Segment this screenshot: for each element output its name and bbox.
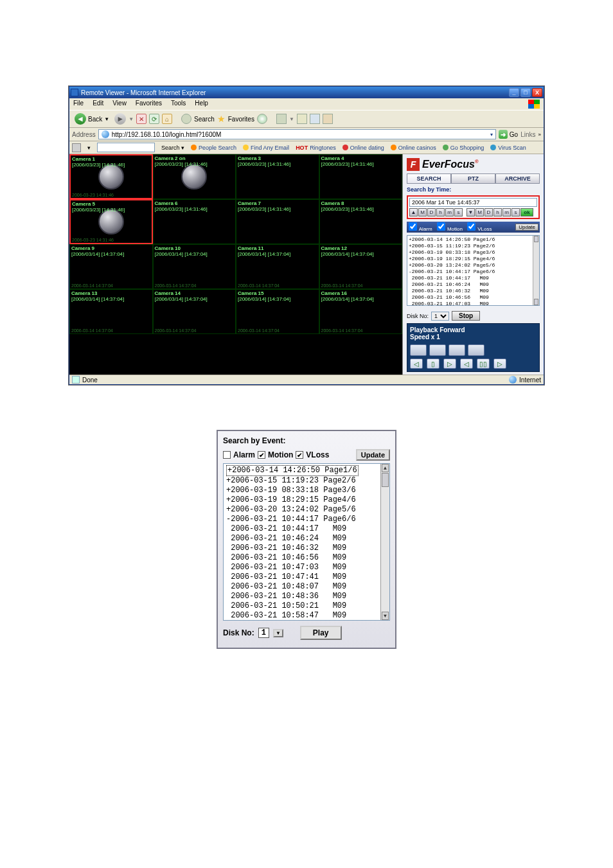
play-button[interactable]: ▷ — [443, 359, 456, 369]
list-item[interactable]: 2006-03-21 10:46:56 M09 — [226, 553, 379, 563]
month-up[interactable]: M — [418, 208, 427, 217]
links-label[interactable]: Links — [520, 131, 535, 138]
dropdown-icon[interactable]: ▼ — [129, 116, 134, 122]
back-button[interactable]: ◄ Back ▼ — [72, 112, 112, 126]
pb-btn-2[interactable] — [429, 344, 446, 356]
min-up[interactable]: m — [445, 208, 454, 217]
casinos-link[interactable]: Online casinos — [391, 145, 436, 151]
menu-edit[interactable]: Edit — [93, 100, 103, 109]
menu-tools[interactable]: Tools — [171, 100, 186, 109]
search-label[interactable]: Search — [194, 116, 215, 123]
year-dn[interactable]: ▼ — [466, 208, 475, 217]
print-icon[interactable] — [297, 114, 307, 124]
forward-button[interactable]: ► — [114, 113, 126, 125]
yahoo-search-button[interactable]: Search ▾ — [161, 145, 184, 151]
discuss-icon[interactable] — [323, 114, 333, 124]
menu-view[interactable]: View — [112, 100, 127, 109]
pb-btn-3[interactable] — [449, 344, 465, 356]
list-item[interactable]: 2006-03-21 10:47:41 M09 — [226, 572, 379, 582]
min-dn[interactable]: m — [502, 208, 511, 217]
go-button[interactable]: ➜ Go — [499, 130, 518, 139]
menubar[interactable]: File Edit View Favorites Tools Help — [69, 98, 544, 110]
sec-up[interactable]: s — [454, 208, 463, 217]
list-item[interactable]: 2006-03-21 10:44:17 M09 — [226, 524, 379, 534]
menu-file[interactable]: File — [73, 100, 84, 109]
step-back-button[interactable]: ▯ — [427, 359, 440, 369]
camera-cell[interactable]: Camera 7[2006/03/23] [14:31:46] — [236, 199, 319, 244]
address-input[interactable]: http://192.168.10.10/login.html?1600M ▾ — [98, 129, 496, 139]
month-dn[interactable]: M — [475, 208, 484, 217]
camera-cell[interactable]: Camera 10[2006/03/14] [14:37:04]2006-03-… — [153, 244, 236, 289]
ringtones-link[interactable]: HOTRingtones — [296, 145, 336, 151]
tab-archive[interactable]: ARCHIVE — [495, 173, 540, 184]
menu-help[interactable]: Help — [195, 100, 208, 109]
year-up[interactable]: ▲ — [409, 208, 418, 217]
camera-cell[interactable]: Camera 14[2006/03/14] [14:37:04]2006-03-… — [153, 289, 236, 334]
hour-up[interactable]: h — [436, 208, 445, 217]
list-item[interactable]: +2006-03-19 18:29:15 Page4/6 — [226, 495, 379, 505]
scroll-down-icon[interactable]: ▼ — [382, 612, 389, 620]
event-list[interactable]: +2006-03-14 14:26:50 Page1/6+2006-03-15 … — [223, 463, 390, 621]
menu-favorites[interactable]: Favorites — [136, 100, 162, 109]
yahoo-icon[interactable] — [72, 143, 81, 152]
list-item[interactable]: 2006-03-21 10:46:32 M09 — [226, 544, 379, 553]
scroll-thumb[interactable] — [382, 473, 389, 487]
tab-ptz[interactable]: PTZ — [451, 173, 495, 184]
dating-link[interactable]: Online dating — [342, 145, 384, 151]
list-item[interactable]: +2006-03-14 14:26:50 Page1/6 — [226, 465, 379, 476]
pb-btn-1[interactable] — [410, 344, 427, 356]
event-list-small[interactable]: +2006-03-14 14:26:50 Page1/6 +2006-03-15… — [407, 235, 540, 306]
home-button[interactable]: ⌂ — [162, 114, 172, 124]
list-item[interactable]: 2006-03-21 10:58:47 M09 — [226, 611, 379, 621]
camera-cell[interactable]: Camera 16[2006/03/14] [14:37:04]2006-03-… — [319, 289, 403, 334]
edit-icon[interactable] — [310, 114, 320, 124]
maximize-button[interactable]: □ — [520, 88, 531, 97]
email-link[interactable]: Find Any Email — [243, 145, 289, 151]
tab-search[interactable]: SEARCH — [407, 173, 451, 184]
time-ok-button[interactable]: ok — [520, 208, 533, 217]
camera-cell[interactable]: Camera 15[2006/03/14] [14:37:04]2006-03-… — [236, 289, 319, 334]
dropdown-icon[interactable]: ▼ — [289, 116, 294, 122]
list-item[interactable]: -2006-03-21 10:44:17 Page6/6 — [226, 515, 379, 524]
update-button[interactable]: Update — [515, 224, 538, 231]
stop-button[interactable]: Stop — [452, 311, 480, 321]
titlebar[interactable]: Remote Viewer - Microsoft Internet Explo… — [69, 87, 544, 98]
camera-cell[interactable]: Camera 9[2006/03/14] [14:37:04]2006-03-1… — [69, 244, 153, 289]
minimize-button[interactable]: _ — [509, 88, 519, 97]
day-up[interactable]: D — [427, 208, 436, 217]
refresh-button[interactable]: ⟳ — [149, 114, 159, 124]
camera-cell[interactable]: Camera 8[2006/03/23] [14:31:46] — [319, 199, 403, 244]
scroll-up-icon[interactable]: ▲ — [382, 464, 389, 472]
vloss-checkbox[interactable]: ✔ — [296, 451, 303, 459]
disk-select[interactable]: 1 — [431, 312, 449, 321]
update-button[interactable]: Update — [356, 449, 390, 461]
mail-icon[interactable] — [276, 114, 287, 124]
camera-cell[interactable]: Camera 5[2006/03/23] [14:31:46]2006-03-2… — [69, 199, 153, 244]
virus-link[interactable]: Virus Scan — [490, 145, 526, 151]
list-item[interactable]: 2006-03-21 10:48:36 M09 — [226, 592, 379, 601]
alarm-checkbox[interactable] — [223, 451, 231, 459]
list-item[interactable]: 2006-03-21 10:48:07 M09 — [226, 582, 379, 592]
list-item[interactable]: 2006-03-21 10:47:03 M09 — [226, 563, 379, 572]
close-button[interactable]: X — [532, 88, 542, 97]
camera-cell[interactable]: Camera 11[2006/03/14] [14:37:04]2006-03-… — [236, 244, 319, 289]
camera-cell[interactable]: Camera 1[2006/03/23] [14:31:46]2006-03-2… — [69, 154, 153, 199]
list-item[interactable]: 2006-03-21 10:50:21 M09 — [226, 601, 379, 611]
dropdown-icon[interactable]: ▾ — [490, 132, 493, 137]
dropdown-icon[interactable]: ▼ — [104, 116, 109, 122]
camera-cell[interactable]: Camera 12[2006/03/14] [14:37:04]2006-03-… — [319, 244, 403, 289]
camera-cell[interactable]: Camera 4[2006/03/23] [14:31:46] — [319, 154, 403, 199]
rewind-button[interactable]: ◁ — [410, 359, 423, 369]
motion-checkbox[interactable]: ✔ — [258, 451, 265, 459]
people-search-link[interactable]: People Search — [191, 145, 236, 151]
history-icon[interactable] — [257, 114, 267, 124]
yahoo-search-input[interactable] — [97, 143, 155, 152]
list-item[interactable]: +2006-03-19 08:33:18 Page3/6 — [226, 486, 379, 495]
stop-button[interactable]: ✕ — [136, 114, 147, 124]
hour-dn[interactable]: h — [493, 208, 502, 217]
dropdown-icon[interactable]: ▾ — [87, 145, 91, 151]
alarm-checkbox[interactable]: Alarm — [408, 222, 432, 232]
day-dn[interactable]: D — [484, 208, 493, 217]
camera-cell[interactable]: Camera 3[2006/03/23] [14:31:46] — [236, 154, 319, 199]
camera-cell[interactable]: Camera 2 on[2006/03/23] [14:31:46] — [153, 154, 236, 199]
